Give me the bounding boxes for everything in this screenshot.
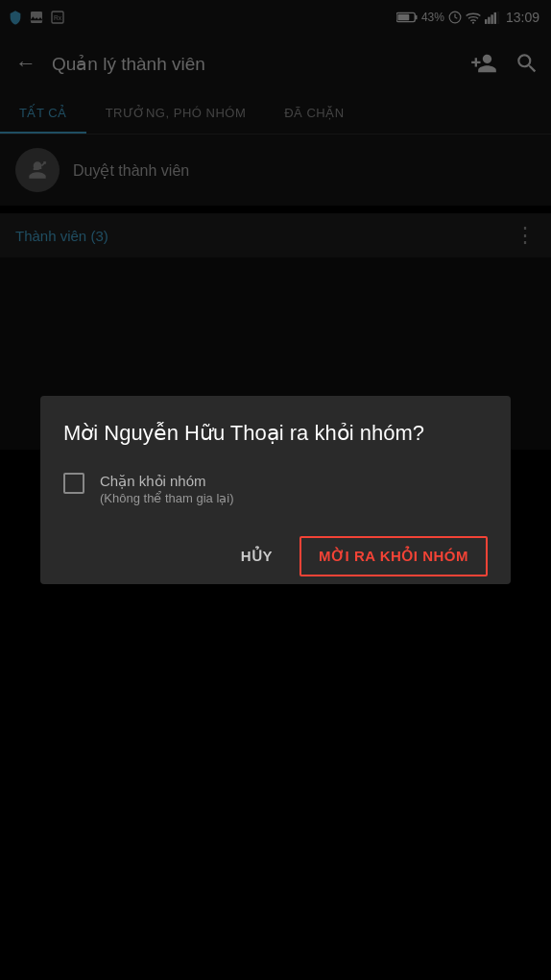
confirm-button[interactable]: MỜI RA KHỎI NHÓM — [299, 536, 488, 576]
checkbox-label: Chặn khỏi nhóm — [100, 471, 234, 491]
block-checkbox[interactable] — [63, 473, 84, 494]
dialog-overlay: Mời Nguyễn Hữu Thoại ra khỏi nhóm? Chặn … — [0, 0, 551, 980]
cancel-button[interactable]: HỦY — [222, 536, 292, 576]
checkbox-row: Chặn khỏi nhóm (Không thể tham gia lại) — [63, 471, 488, 505]
checkbox-sublabel: (Không thể tham gia lại) — [100, 491, 234, 505]
dialog-title: Mời Nguyễn Hữu Thoại ra khỏi nhóm? — [63, 419, 488, 448]
checkbox-text-block: Chặn khỏi nhóm (Không thể tham gia lại) — [100, 471, 234, 505]
dialog-buttons: HỦY MỜI RA KHỎI NHÓM — [63, 532, 488, 584]
confirm-dialog: Mời Nguyễn Hữu Thoại ra khỏi nhóm? Chặn … — [40, 396, 511, 584]
